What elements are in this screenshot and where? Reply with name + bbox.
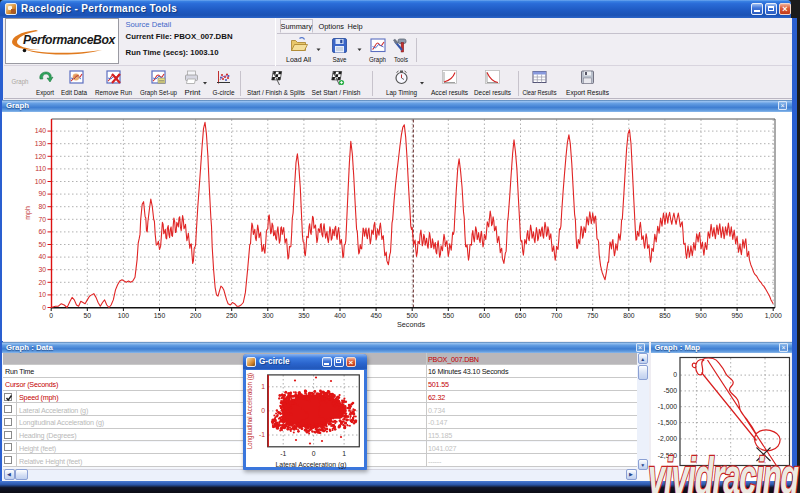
svg-text:vividracing: vividracing	[648, 447, 799, 493]
